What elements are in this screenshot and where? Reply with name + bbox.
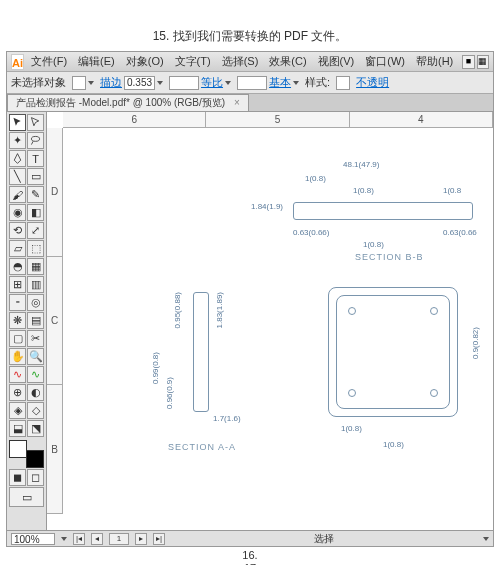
pencil-tool[interactable]: ✎: [27, 186, 44, 203]
stroke-menu-icon[interactable]: [157, 81, 163, 85]
hand-tool[interactable]: ✋: [9, 348, 26, 365]
header-btn-2[interactable]: ▦: [477, 55, 489, 69]
menu-edit[interactable]: 编辑(E): [73, 52, 120, 71]
uniform-menu-icon[interactable]: [225, 81, 231, 85]
color-mode-1[interactable]: ◼: [9, 469, 26, 486]
opacity-link[interactable]: 不透明: [356, 75, 389, 90]
status-bar: 100% |◂ ◂ 1 ▸ ▸| 选择: [7, 530, 493, 546]
graph-tool[interactable]: ▤: [27, 312, 44, 329]
dim-v-183: 1.83(1.89): [215, 292, 224, 328]
dim-1-7: 1.7(1.6): [213, 414, 241, 423]
rotate-tool[interactable]: ⟲: [9, 222, 26, 239]
menu-type[interactable]: 文字(T): [170, 52, 216, 71]
style-label: 样式:: [305, 75, 330, 90]
lasso-tool[interactable]: [27, 132, 44, 149]
document-tab[interactable]: 产品检测报告 -Model.pdf* @ 100% (RGB/预览) ×: [7, 94, 249, 111]
zoom-field[interactable]: 100%: [11, 533, 55, 545]
selection-tool[interactable]: [9, 114, 26, 131]
dim-v-095: 0.95(0.88): [173, 292, 182, 328]
nav-next[interactable]: ▸: [135, 533, 147, 545]
eraser-tool[interactable]: ◧: [27, 204, 44, 221]
menu-help[interactable]: 帮助(H): [411, 52, 458, 71]
color-mode-2[interactable]: ◻: [27, 469, 44, 486]
slice-tool[interactable]: ✂: [27, 330, 44, 347]
eyedropper-tool[interactable]: ⁃: [9, 294, 26, 311]
tab-title: 产品检测报告 -Model.pdf* @ 100% (RGB/预览): [16, 97, 225, 108]
dim-v-09: 0.9(0.82): [471, 327, 480, 359]
dim-1-08-d: 1(0.8): [363, 240, 384, 249]
dim-063-b: 0.63(0.66: [443, 228, 477, 237]
toolbox: ✦ T ╲ ▭ 🖌 ✎ ◉ ◧ ⟲ ⤢ ▱ ⬚ ◓ ▦ ⊞ ▥ ⁃ ◎ ❋ ▤ …: [7, 112, 47, 530]
stroke-value[interactable]: 0.353: [124, 76, 155, 90]
profile-dropdown[interactable]: [169, 76, 199, 90]
page-footer: 16. 17: [0, 549, 500, 565]
basic-menu-icon[interactable]: [293, 81, 299, 85]
ruler-h-6: 6: [63, 112, 206, 127]
options-bar: 未选择对象 描边 0.353 等比 基本 样式: 不透明: [7, 72, 493, 94]
artboard-tool[interactable]: ▢: [9, 330, 26, 347]
magic-wand-tool[interactable]: ✦: [9, 132, 26, 149]
foreground-swatch[interactable]: [9, 440, 27, 458]
nav-last[interactable]: ▸|: [153, 533, 165, 545]
zoom-tool[interactable]: 🔍: [27, 348, 44, 365]
stroke-link[interactable]: 描边: [100, 75, 122, 90]
type-tool[interactable]: T: [27, 150, 44, 167]
menu-effect[interactable]: 效果(C): [264, 52, 311, 71]
screen-mode[interactable]: ▭: [9, 487, 44, 507]
curve-tool-2[interactable]: ∿: [27, 366, 44, 383]
header-btn-1[interactable]: ■: [462, 55, 474, 69]
hole-tr: [430, 307, 438, 315]
free-transform-tool[interactable]: ⬚: [27, 240, 44, 257]
symbol-sprayer-tool[interactable]: ❋: [9, 312, 26, 329]
pen-tool[interactable]: [9, 150, 26, 167]
paintbrush-tool[interactable]: 🖌: [9, 186, 26, 203]
menu-window[interactable]: 窗口(W): [360, 52, 410, 71]
curve-tool-1[interactable]: ∿: [9, 366, 26, 383]
mesh-tool[interactable]: ⊞: [9, 276, 26, 293]
misc-tool-3[interactable]: ⬓: [9, 420, 26, 437]
basic-link[interactable]: 基本: [269, 75, 291, 90]
fill-swatch[interactable]: [72, 76, 86, 90]
rectangle-tool[interactable]: ▭: [27, 168, 44, 185]
shape-builder-tool[interactable]: ◓: [9, 258, 26, 275]
gradient-tool[interactable]: ▥: [27, 276, 44, 293]
dim-1-08-c: 1(0.8: [443, 186, 461, 195]
ruler-v-b: B: [47, 385, 62, 514]
hole-tl: [348, 307, 356, 315]
brush-dropdown[interactable]: [237, 76, 267, 90]
section-bb-part: [293, 202, 473, 220]
misc-tool-1[interactable]: ◈: [9, 402, 26, 419]
uniform-link[interactable]: 等比: [201, 75, 223, 90]
menu-view[interactable]: 视图(V): [313, 52, 360, 71]
blob-brush-tool[interactable]: ◉: [9, 204, 26, 221]
menu-select[interactable]: 选择(S): [217, 52, 264, 71]
menu-object[interactable]: 对象(O): [121, 52, 169, 71]
live-paint-tool[interactable]: ◐: [27, 384, 44, 401]
nav-first[interactable]: |◂: [73, 533, 85, 545]
misc-tool-2[interactable]: ◇: [27, 402, 44, 419]
zoom-menu-icon[interactable]: [61, 537, 67, 541]
document-tabs: 产品检测报告 -Model.pdf* @ 100% (RGB/预览) ×: [7, 94, 493, 112]
nav-prev[interactable]: ◂: [91, 533, 103, 545]
ruler-v-d: D: [47, 128, 62, 257]
svg-point-0: [31, 136, 39, 141]
direct-selection-tool[interactable]: [27, 114, 44, 131]
blend-tool[interactable]: ◎: [27, 294, 44, 311]
dim-v-096: 0.96(0.9): [165, 377, 174, 409]
nav-page[interactable]: 1: [109, 533, 129, 545]
style-dropdown[interactable]: [336, 76, 350, 90]
background-swatch[interactable]: [26, 450, 44, 468]
close-icon[interactable]: ×: [234, 97, 240, 108]
menu-file[interactable]: 文件(F): [26, 52, 72, 71]
width-tool[interactable]: ▱: [9, 240, 26, 257]
perspective-tool[interactable]: ▦: [27, 258, 44, 275]
dim-1-08-a: 1(0.8): [305, 174, 326, 183]
status-menu-icon[interactable]: [483, 537, 489, 541]
color-swatches[interactable]: [9, 440, 44, 468]
symbol-tool[interactable]: ⊕: [9, 384, 26, 401]
misc-tool-4[interactable]: ⬔: [27, 420, 44, 437]
scale-tool[interactable]: ⤢: [27, 222, 44, 239]
canvas[interactable]: 48.1(47.9) 1(0.8) 1(0.8) 1(0.8 1.84(1.9)…: [63, 128, 493, 514]
fill-menu-icon[interactable]: [88, 81, 94, 85]
line-tool[interactable]: ╲: [9, 168, 26, 185]
